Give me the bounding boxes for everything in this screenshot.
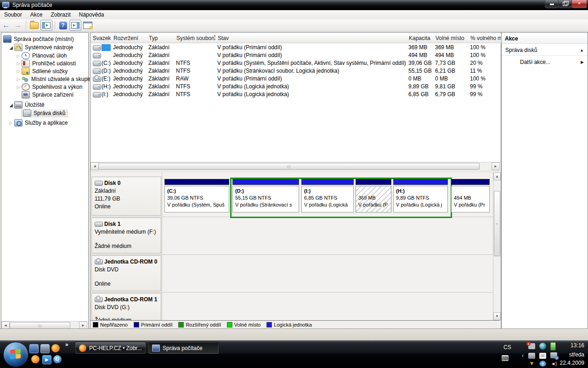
disk-row-divider	[90, 254, 493, 255]
menu-zobrazit[interactable]: Zobrazit	[46, 10, 74, 19]
back-button[interactable]: ←	[0, 20, 11, 30]
partition-i[interactable]: (I:) 6,85 GB NTFS V pořádku (Logická	[301, 179, 354, 214]
volume-row-h[interactable]: (H:) Jednoduchý Základní NTFS V pořádku …	[90, 83, 493, 91]
scroll-thumb[interactable]: |||	[10, 322, 70, 329]
tree-item-prohlizec-udalosti[interactable]: ▷ Prohlížeč událostí	[1, 59, 100, 68]
cdrom0-info-cell[interactable]: Jednotka CD-ROM 0 Disk DVD Online	[91, 255, 161, 291]
quick-launch-quicktime-icon[interactable]: Q	[53, 355, 62, 363]
disk0-info-cell[interactable]: Disk 0 Základní 111,79 GB Online	[91, 177, 161, 216]
scroll-thumb[interactable]: ≡	[494, 191, 500, 256]
expand-arrow-icon[interactable]: ▷	[15, 53, 22, 58]
column-header-stav[interactable]: Stav	[215, 34, 409, 43]
tree-horizontal-scrollbar[interactable]: ◄ ||| ►	[1, 321, 87, 329]
device-manager-icon	[22, 91, 30, 98]
tree-item-spravce-zarizeni[interactable]: Správce zařízení	[1, 91, 100, 99]
expand-arrow-icon[interactable]: ▷	[15, 77, 22, 81]
tree-item-mistni-uzivatele[interactable]: ▷ Místní uživatelé a skupin	[1, 75, 100, 83]
volume-row-d[interactable]: (D:) Jednoduchý Základní NTFS V pořádku …	[90, 67, 493, 75]
action-group-sprava-disku[interactable]: Správa disků ▲	[502, 45, 588, 56]
task-button-firefox[interactable]: PC-HELP.CZ • Zobr...	[75, 342, 146, 354]
column-header-system-souboru[interactable]: Systém souborů	[174, 34, 218, 43]
open-folder-button[interactable]	[28, 20, 40, 30]
scroll-thumb[interactable]: |||	[98, 163, 480, 170]
menu-akce[interactable]: Akce	[26, 10, 47, 19]
menu-soubor[interactable]: Soubor	[0, 10, 26, 19]
close-button[interactable]: ×	[571, 0, 587, 8]
speaker-icon[interactable]: ◄)	[550, 361, 557, 367]
collapse-arrow-icon[interactable]: ◢	[8, 103, 14, 108]
clock-date[interactable]: 22.4.2009	[560, 360, 584, 366]
keyboard-icon[interactable]: ⌨	[502, 355, 509, 361]
tree-item-uloziste[interactable]: ◢ Úložiště	[1, 101, 93, 109]
volume-row-e[interactable]: (E:) Jednoduchý Základní RAW V pořádku (…	[90, 75, 493, 83]
tree-item-spolehlivost-vykon[interactable]: ▷ Spolehlivost a výkon	[1, 83, 100, 91]
menu-napoveda[interactable]: Nápověda	[75, 10, 108, 19]
partition-494mb[interactable]: 494 MB V pořádku (Pr	[451, 179, 490, 214]
column-header-rozvrzeni[interactable]: Rozvržení	[111, 34, 149, 43]
column-header-kapacita[interactable]: Kapacita	[407, 34, 436, 43]
expand-arrow-icon[interactable]: ▷	[15, 69, 22, 74]
battery-icon[interactable]	[550, 342, 556, 351]
scroll-left-arrow[interactable]: ◄	[90, 162, 99, 170]
display-icon[interactable]	[528, 353, 535, 359]
start-button[interactable]	[3, 342, 28, 367]
collapse-arrow-icon[interactable]: ◢	[8, 45, 14, 50]
expand-arrow-icon[interactable]: ▷	[8, 121, 14, 125]
quick-launch-overflow-chevron[interactable]: »	[65, 341, 68, 348]
volume-muted-icon[interactable]: x	[528, 343, 535, 349]
volume-list-horizontal-scrollbar[interactable]: ◄ ||| ►	[90, 162, 500, 171]
tree-item-planovac-uloh[interactable]: ▷ Plánovač úloh	[1, 52, 100, 60]
quick-launch-firefox-icon[interactable]	[51, 344, 60, 352]
tree-item-sdilene-slozky[interactable]: ▷ Sdílené složky	[1, 67, 100, 75]
tree-item-sprava-pocitace[interactable]: Správa počítače (místní)	[1, 35, 88, 43]
partition-d[interactable]: (D:) 55,15 GB NTFS V pořádku (Stránkovac…	[232, 179, 299, 214]
help-button[interactable]: ?	[57, 20, 68, 30]
partition-369mb-selected[interactable]: 369 MB V pořádku (P	[356, 179, 391, 214]
scroll-down-arrow[interactable]: ▼	[493, 312, 501, 320]
column-header-pct-volneho[interactable]: % volného m	[468, 34, 503, 43]
volume-row-369mb[interactable]: Jednoduchý Základní V pořádku (Primární …	[90, 44, 493, 52]
graphical-view-vertical-scrollbar[interactable]: ▲ ≡ ▼	[493, 172, 501, 320]
minimize-button[interactable]	[545, 0, 559, 8]
disk1-info-cell[interactable]: Disk 1 Vyměnitelné médium (F:) Žádné méd…	[91, 218, 161, 253]
clock-day[interactable]: středa	[569, 351, 584, 358]
quick-launch-media-player-icon[interactable]: ▶	[42, 355, 51, 364]
media-agent-icon[interactable]	[539, 343, 546, 350]
clock-time[interactable]: 13:16	[571, 342, 584, 349]
volume-row-c[interactable]: (C:) Jednoduchý Základní NTFS V pořádku …	[90, 59, 493, 67]
quick-launch-firefox2-icon[interactable]	[31, 355, 40, 363]
column-header-svazek[interactable]: Svazek	[90, 34, 114, 43]
scroll-up-arrow[interactable]: ▲	[493, 172, 501, 180]
volume-row-i[interactable]: (I:) Jednoduchý Základní NTFS V pořádku …	[90, 91, 493, 98]
download-icon[interactable]: ▼	[528, 361, 535, 367]
scroll-right-arrow[interactable]: ►	[492, 162, 500, 170]
partition-c[interactable]: (C:) 39,06 GB NTFS V pořádku (Systém, Sp…	[164, 179, 229, 214]
forward-button[interactable]: →	[12, 20, 23, 30]
column-header-typ[interactable]: Typ	[147, 34, 177, 43]
partition-h[interactable]: (H:) 9,89 GB NTFS V pořádku (Logická j	[393, 179, 448, 214]
action-dalsi-akce[interactable]: Další akce... ▶	[502, 57, 588, 68]
column-header-volne-misto[interactable]: Volné místo	[433, 34, 471, 43]
console-tree-toggle-button[interactable]	[40, 20, 52, 31]
action-pane-toggle-button[interactable]	[69, 20, 81, 31]
console-options-button[interactable]	[82, 20, 93, 30]
task-button-sprava-pocitace[interactable]: Správa počítače	[148, 342, 219, 354]
tray-chevron-icon[interactable]: ‹	[522, 352, 524, 359]
expand-arrow-icon[interactable]: ▷	[15, 61, 22, 66]
collapse-group-icon[interactable]: ▲	[580, 45, 584, 56]
language-indicator[interactable]: CS	[503, 344, 511, 351]
cdrom1-info-cell[interactable]: Jednotka CD-ROM 1 Disk DVD (G:) Žádné mé…	[91, 293, 161, 320]
quick-launch-switcher-icon[interactable]	[29, 344, 39, 353]
network-icon[interactable]	[550, 352, 557, 358]
disk-name: Jednotka CD-ROM 1	[104, 296, 157, 303]
restore-button[interactable]	[558, 0, 572, 8]
performance-icon	[22, 83, 30, 91]
tree-item-sluzby-aplikace[interactable]: ▷ Služby a aplikace	[1, 119, 93, 127]
tree-item-systemove-nastroje[interactable]: ◢ Systémové nástroje	[1, 43, 93, 52]
tree-item-sprava-disku[interactable]: Správa disků	[1, 109, 100, 117]
expand-arrow-icon[interactable]: ▷	[15, 85, 22, 89]
volume-row-494mb[interactable]: Jednoduchý Základní V pořádku (Primární …	[90, 52, 493, 59]
mail-icon[interactable]: ✉	[539, 353, 546, 359]
quick-launch-show-desktop-icon[interactable]	[40, 344, 50, 353]
wireless-icon[interactable]	[539, 361, 546, 367]
